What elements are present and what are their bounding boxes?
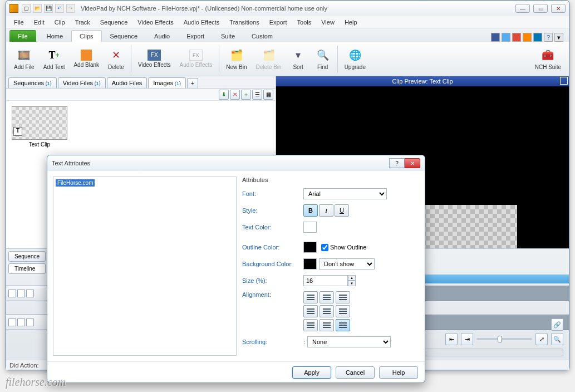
qa-undo-icon[interactable]: ↶ xyxy=(55,4,64,13)
clip-item[interactable]: Text Clip xyxy=(12,106,67,148)
add-blank-button[interactable]: Add Blank xyxy=(69,47,104,70)
outline-color-swatch[interactable] xyxy=(303,242,317,253)
ribbon-tab-home[interactable]: Home xyxy=(38,30,71,42)
main-close-button[interactable]: ✕ xyxy=(551,4,566,13)
track-fx-icon[interactable] xyxy=(17,290,25,297)
align-bot-left[interactable] xyxy=(303,319,318,331)
stumble-icon[interactable] xyxy=(523,33,532,42)
facebook-icon[interactable] xyxy=(491,33,500,42)
zoom-slider[interactable] xyxy=(476,338,532,340)
track-lock-icon[interactable] xyxy=(26,290,34,297)
align-top-center[interactable] xyxy=(320,291,334,303)
font-select[interactable]: Arial xyxy=(303,188,387,199)
menu-file[interactable]: File xyxy=(9,18,28,27)
add-file-button[interactable]: 🎞️Add File xyxy=(9,45,39,72)
align-mid-center[interactable] xyxy=(320,305,334,317)
align-bot-right[interactable] xyxy=(336,319,350,331)
italic-button[interactable]: I xyxy=(319,204,333,217)
zoom-fit-button[interactable]: ⤢ xyxy=(535,333,548,345)
linkedin-icon[interactable] xyxy=(533,33,542,42)
timeline-tab-timeline[interactable]: Timeline xyxy=(8,263,46,274)
ribbon-tab-audio[interactable]: Audio xyxy=(146,30,178,42)
spin-up-icon[interactable]: ▲ xyxy=(348,275,356,281)
ribbon-tab-custom[interactable]: Custom xyxy=(243,30,281,42)
bin-btn-add-icon[interactable]: ＋ xyxy=(241,90,251,100)
menu-view[interactable]: View xyxy=(317,18,339,27)
dialog-help-button[interactable]: ? xyxy=(389,158,405,168)
add-text-button[interactable]: T+Add Text xyxy=(39,45,70,72)
chevron-down-icon[interactable]: ▾ xyxy=(554,33,563,42)
bin-btn-list-icon[interactable]: ☰ xyxy=(252,90,262,100)
next-edit-button[interactable]: ⇥ xyxy=(461,333,473,345)
qa-redo-icon[interactable]: ↷ xyxy=(66,4,75,13)
align-bot-center[interactable] xyxy=(320,319,334,331)
ribbon-tab-export[interactable]: Export xyxy=(178,30,213,42)
ribbon-tab-sequence[interactable]: Sequence xyxy=(102,30,146,42)
twitter-icon[interactable] xyxy=(502,33,510,42)
ribbon-tab-clips[interactable]: Clips xyxy=(71,30,101,42)
apply-button[interactable]: Apply xyxy=(292,366,331,379)
upgrade-button[interactable]: 🌐Upgrade xyxy=(340,45,370,72)
bg-show-select[interactable]: Don't show xyxy=(319,258,375,270)
text-color-swatch[interactable] xyxy=(303,222,317,233)
menu-transitions[interactable]: Transitions xyxy=(225,18,263,27)
gplus-icon[interactable] xyxy=(512,33,521,42)
align-mid-right[interactable] xyxy=(336,305,350,317)
scrolling-select[interactable]: None xyxy=(307,336,391,347)
ribbon-tab-file[interactable]: File xyxy=(9,30,36,42)
bg-color-swatch[interactable] xyxy=(303,258,317,270)
find-button[interactable]: 🔍Find xyxy=(311,45,335,72)
menu-track[interactable]: Track xyxy=(71,18,95,27)
menu-tools[interactable]: Tools xyxy=(293,18,316,27)
bin-tab-audio-files[interactable]: Audio Files xyxy=(107,77,147,88)
delete-button[interactable]: ✕Delete xyxy=(104,45,129,72)
align-top-left[interactable] xyxy=(303,291,318,303)
bin-tab-sequences[interactable]: Sequences (1) xyxy=(8,77,57,88)
menu-clip[interactable]: Clip xyxy=(50,18,70,27)
menu-edit[interactable]: Edit xyxy=(30,18,49,27)
bin-tab-add[interactable]: + xyxy=(187,78,198,88)
minimize-button[interactable]: — xyxy=(515,4,530,13)
align-mid-left[interactable] xyxy=(303,305,318,317)
spin-down-icon[interactable]: ▼ xyxy=(348,281,356,286)
track-lock-icon[interactable] xyxy=(26,318,34,326)
prev-edit-button[interactable]: ⇤ xyxy=(445,333,458,345)
video-effects-button[interactable]: FXVideo Effects xyxy=(134,47,175,70)
qa-save-icon[interactable]: 💾 xyxy=(44,4,53,13)
cancel-button[interactable]: Cancel xyxy=(336,366,375,379)
text-content-box[interactable]: FileHorse.com xyxy=(53,177,237,356)
qa-new-icon[interactable]: ▢ xyxy=(22,4,31,13)
bin-btn-x-icon[interactable]: ✕ xyxy=(230,90,240,100)
link-icon[interactable]: 🔗 xyxy=(551,318,563,331)
menu-video-effects[interactable]: Video Effects xyxy=(133,18,178,27)
bin-tab-video-files[interactable]: Video Files (1) xyxy=(58,77,106,88)
underline-button[interactable]: U xyxy=(335,204,349,217)
new-bin-button[interactable]: 🗂️New Bin xyxy=(222,45,251,72)
menu-export[interactable]: Export xyxy=(265,18,292,27)
menu-audio-effects[interactable]: Audio Effects xyxy=(179,18,224,27)
bin-tab-images[interactable]: Images (1) xyxy=(148,77,186,88)
bin-btn-grid-icon[interactable]: ▦ xyxy=(263,90,273,100)
bold-button[interactable]: B xyxy=(303,204,318,217)
size-input[interactable] xyxy=(303,275,348,286)
zoom-button[interactable]: 🔍 xyxy=(551,333,563,345)
show-outline-checkbox[interactable] xyxy=(321,244,328,251)
align-top-right[interactable] xyxy=(336,291,350,303)
ribbon-tab-suite[interactable]: Suite xyxy=(213,30,243,42)
maximize-button[interactable]: ▭ xyxy=(533,4,548,13)
size-spinner[interactable]: ▲▼ xyxy=(303,275,356,286)
nch-suite-button[interactable]: 🧰NCH Suite xyxy=(530,45,566,72)
qa-open-icon[interactable]: 📂 xyxy=(33,4,42,13)
dialog-close-button[interactable]: ✕ xyxy=(405,158,420,168)
track-speaker-icon[interactable] xyxy=(17,318,25,326)
help-icon[interactable]: ? xyxy=(544,33,553,42)
bin-btn-down-icon[interactable]: ⬇ xyxy=(219,90,229,100)
menu-help[interactable]: Help xyxy=(340,18,362,27)
sort-button[interactable]: ▾Sort xyxy=(286,45,311,72)
track-vis-icon[interactable] xyxy=(8,290,16,297)
menu-sequence[interactable]: Sequence xyxy=(96,18,132,27)
popout-icon[interactable] xyxy=(560,77,568,85)
timeline-tab-sequence[interactable]: Sequence xyxy=(8,251,46,262)
dialog-help-button-footer[interactable]: Help xyxy=(379,366,418,379)
track-mute-icon[interactable] xyxy=(8,318,16,326)
